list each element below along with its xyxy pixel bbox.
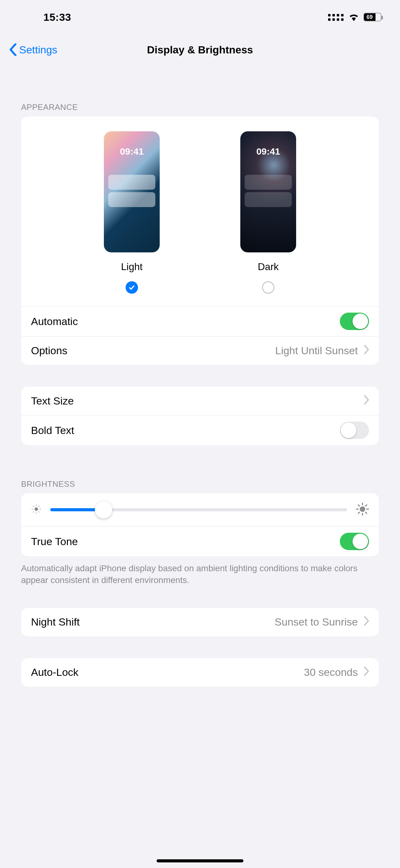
auto-lock-group: Auto-Lock 30 seconds xyxy=(21,658,379,687)
chevron-right-icon xyxy=(363,666,369,678)
svg-point-9 xyxy=(360,506,365,512)
brightness-group: True Tone xyxy=(21,493,379,556)
status-time: 15:33 xyxy=(43,11,71,23)
svg-line-14 xyxy=(358,505,359,506)
dark-label: Dark xyxy=(258,261,279,273)
true-tone-switch[interactable] xyxy=(340,533,369,550)
night-shift-value: Sunset to Sunrise xyxy=(275,616,358,628)
wifi-icon xyxy=(348,13,359,21)
true-tone-row: True Tone xyxy=(21,526,379,556)
home-indicator xyxy=(157,859,243,862)
battery-icon: 69 xyxy=(363,13,381,22)
automatic-switch[interactable] xyxy=(340,313,369,330)
status-indicators: 69 xyxy=(328,13,381,22)
svg-line-6 xyxy=(39,512,39,512)
auto-lock-row[interactable]: Auto-Lock 30 seconds xyxy=(21,658,379,687)
bold-text-label: Bold Text xyxy=(31,424,74,436)
bold-text-row: Bold Text xyxy=(21,415,379,445)
status-bar: 15:33 69 xyxy=(0,0,400,34)
options-value: Light Until Sunset xyxy=(275,345,358,357)
brightness-slider-row xyxy=(21,493,379,526)
true-tone-footer: Automatically adapt iPhone display based… xyxy=(0,556,400,586)
light-radio[interactable] xyxy=(126,281,138,294)
automatic-label: Automatic xyxy=(31,315,78,328)
chevron-right-icon xyxy=(363,345,369,357)
text-size-row[interactable]: Text Size xyxy=(21,386,379,415)
section-header-brightness: BRIGHTNESS xyxy=(0,479,400,493)
svg-line-5 xyxy=(33,506,34,507)
slider-thumb[interactable] xyxy=(95,501,112,519)
text-size-label: Text Size xyxy=(31,395,74,407)
dark-preview: 09:41 xyxy=(240,131,296,252)
bold-text-switch[interactable] xyxy=(340,422,369,439)
auto-lock-label: Auto-Lock xyxy=(31,666,78,678)
battery-percent: 69 xyxy=(364,14,373,21)
svg-line-15 xyxy=(366,512,367,514)
automatic-row: Automatic xyxy=(21,306,379,336)
chevron-right-icon xyxy=(363,395,369,407)
auto-lock-value: 30 seconds xyxy=(304,666,358,678)
cellular-signal-icon xyxy=(328,13,344,21)
appearance-group: 09:41 Light 09:41 Dark Automatic Options… xyxy=(21,116,379,365)
page-title: Display & Brightness xyxy=(0,44,400,56)
sun-min-icon xyxy=(31,504,41,516)
preview-time: 09:41 xyxy=(104,146,160,157)
true-tone-label: True Tone xyxy=(31,535,78,548)
brightness-slider[interactable] xyxy=(50,508,347,511)
appearance-option-light[interactable]: 09:41 Light xyxy=(104,131,160,294)
chevron-right-icon xyxy=(363,616,369,628)
light-preview: 09:41 xyxy=(104,131,160,252)
preview-time: 09:41 xyxy=(240,146,296,157)
svg-line-8 xyxy=(39,506,39,507)
back-label: Settings xyxy=(19,44,57,56)
svg-point-0 xyxy=(34,507,38,511)
svg-line-17 xyxy=(366,505,367,506)
svg-line-7 xyxy=(33,512,34,512)
text-group: Text Size Bold Text xyxy=(21,386,379,445)
appearance-picker: 09:41 Light 09:41 Dark xyxy=(21,116,379,306)
chevron-left-icon xyxy=(9,43,17,56)
nav-header: Settings Display & Brightness xyxy=(0,34,400,65)
options-row[interactable]: Options Light Until Sunset xyxy=(21,336,379,365)
back-button[interactable]: Settings xyxy=(0,43,57,56)
night-shift-label: Night Shift xyxy=(31,616,80,628)
light-label: Light xyxy=(121,261,142,273)
night-shift-row[interactable]: Night Shift Sunset to Sunrise xyxy=(21,608,379,637)
appearance-option-dark[interactable]: 09:41 Dark xyxy=(240,131,296,294)
section-header-appearance: APPEARANCE xyxy=(0,102,400,116)
dark-radio[interactable] xyxy=(262,281,274,294)
svg-line-16 xyxy=(358,512,359,514)
sun-max-icon xyxy=(356,503,369,517)
night-shift-group: Night Shift Sunset to Sunrise xyxy=(21,608,379,637)
options-label: Options xyxy=(31,345,67,357)
